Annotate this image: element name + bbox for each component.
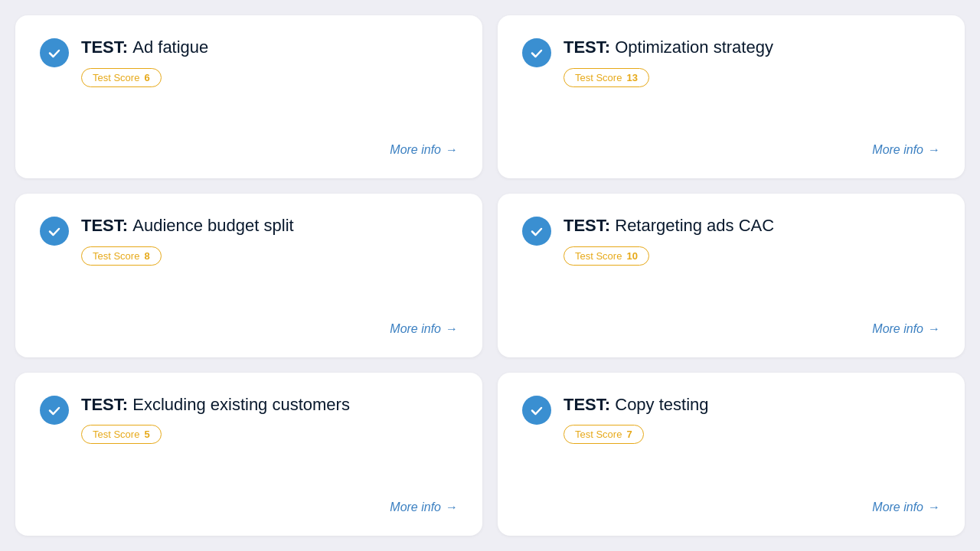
card-title: TEST: Excluding existing customers <box>81 394 350 416</box>
card-footer: More info → <box>522 500 940 514</box>
score-label: Test Score <box>575 429 622 440</box>
score-badge: Test Score 7 <box>564 425 644 444</box>
test-name: Retargeting ads CAC <box>615 216 774 235</box>
card-footer: More info → <box>522 322 940 336</box>
card-content: TEST: Optimization strategy Test Score 1… <box>564 37 773 87</box>
more-info-label: More info <box>390 500 441 514</box>
card-optimization-strategy: TEST: Optimization strategy Test Score 1… <box>498 15 965 178</box>
more-info-link[interactable]: More info → <box>872 500 940 514</box>
score-value: 5 <box>144 429 149 440</box>
card-audience-budget-split: TEST: Audience budget split Test Score 8… <box>15 194 482 357</box>
score-value: 10 <box>626 250 637 262</box>
score-label: Test Score <box>93 72 139 83</box>
test-prefix: TEST: <box>564 216 610 235</box>
card-copy-testing: TEST: Copy testing Test Score 7 More inf… <box>498 373 965 536</box>
more-info-link[interactable]: More info → <box>390 500 458 514</box>
more-info-link[interactable]: More info → <box>872 322 940 336</box>
more-info-link[interactable]: More info → <box>872 143 940 157</box>
card-content: TEST: Ad fatigue Test Score 6 <box>81 37 208 87</box>
card-footer: More info → <box>40 500 458 514</box>
test-name: Excluding existing customers <box>132 395 350 414</box>
check-icon <box>522 396 551 425</box>
arrow-icon: → <box>446 500 458 514</box>
test-prefix: TEST: <box>81 395 128 414</box>
test-name: Ad fatigue <box>132 37 208 57</box>
check-icon <box>522 38 551 67</box>
score-label: Test Score <box>575 250 622 262</box>
card-title: TEST: Optimization strategy <box>564 37 773 59</box>
test-name: Copy testing <box>615 395 708 414</box>
card-excluding-existing-customers: TEST: Excluding existing customers Test … <box>15 373 482 536</box>
arrow-icon: → <box>928 500 940 514</box>
card-header: TEST: Audience budget split Test Score 8 <box>40 215 458 266</box>
more-info-label: More info <box>872 143 923 157</box>
cards-grid: TEST: Ad fatigue Test Score 6 More info … <box>15 15 965 536</box>
arrow-icon: → <box>446 322 458 336</box>
card-header: TEST: Ad fatigue Test Score 6 <box>40 37 458 87</box>
card-content: TEST: Retargeting ads CAC Test Score 10 <box>564 215 774 266</box>
test-name: Audience budget split <box>132 216 293 235</box>
score-label: Test Score <box>93 429 139 440</box>
card-footer: More info → <box>40 143 458 157</box>
test-prefix: TEST: <box>81 216 128 235</box>
score-badge: Test Score 6 <box>81 68 162 87</box>
card-ad-fatigue: TEST: Ad fatigue Test Score 6 More info … <box>15 15 482 178</box>
card-content: TEST: Excluding existing customers Test … <box>81 394 350 445</box>
score-badge: Test Score 8 <box>81 246 162 266</box>
test-name: Optimization strategy <box>615 37 773 57</box>
card-retargeting-ads-cac: TEST: Retargeting ads CAC Test Score 10 … <box>498 194 965 357</box>
card-header: TEST: Copy testing Test Score 7 <box>522 394 940 445</box>
more-info-link[interactable]: More info → <box>390 322 458 336</box>
score-badge: Test Score 10 <box>564 246 649 266</box>
card-title: TEST: Ad fatigue <box>81 37 208 59</box>
card-header: TEST: Retargeting ads CAC Test Score 10 <box>522 215 940 266</box>
arrow-icon: → <box>928 143 940 157</box>
check-icon <box>40 396 69 425</box>
card-title: TEST: Copy testing <box>564 394 709 416</box>
card-footer: More info → <box>522 143 940 157</box>
card-content: TEST: Copy testing Test Score 7 <box>564 394 709 445</box>
test-prefix: TEST: <box>564 395 610 414</box>
score-value: 8 <box>144 250 149 262</box>
card-header: TEST: Optimization strategy Test Score 1… <box>522 37 940 87</box>
more-info-link[interactable]: More info → <box>390 143 458 157</box>
card-footer: More info → <box>40 322 458 336</box>
check-icon <box>40 38 69 67</box>
card-content: TEST: Audience budget split Test Score 8 <box>81 215 294 266</box>
score-label: Test Score <box>93 250 139 262</box>
score-value: 7 <box>626 429 632 440</box>
score-badge: Test Score 5 <box>81 425 162 444</box>
test-prefix: TEST: <box>81 37 128 57</box>
arrow-icon: → <box>928 322 940 336</box>
card-title: TEST: Retargeting ads CAC <box>564 215 774 237</box>
more-info-label: More info <box>390 143 441 157</box>
more-info-label: More info <box>872 322 923 336</box>
more-info-label: More info <box>390 322 441 336</box>
score-value: 6 <box>144 72 149 83</box>
card-title: TEST: Audience budget split <box>81 215 294 237</box>
score-value: 13 <box>626 72 637 83</box>
card-header: TEST: Excluding existing customers Test … <box>40 394 458 445</box>
score-label: Test Score <box>575 72 622 83</box>
arrow-icon: → <box>446 143 458 157</box>
check-icon <box>40 217 69 246</box>
score-badge: Test Score 13 <box>564 68 649 87</box>
test-prefix: TEST: <box>564 37 610 57</box>
check-icon <box>522 217 551 246</box>
more-info-label: More info <box>872 500 923 514</box>
